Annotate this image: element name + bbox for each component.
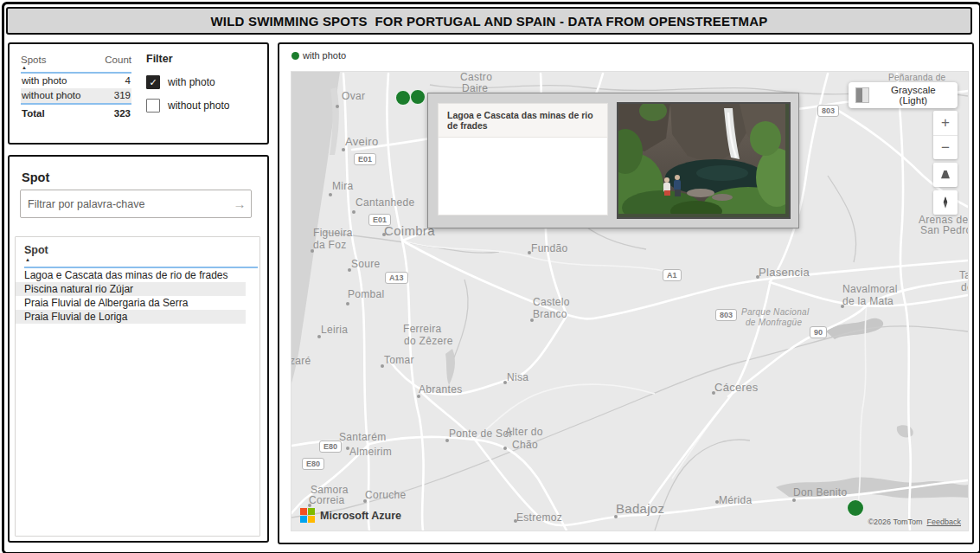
road-shield-badge: E01 [368,214,391,226]
map-canvas[interactable]: OvarCastroDaireAveiroMiraCantanhedeFigue… [291,71,969,531]
map-city-label: Badajoz [616,501,664,516]
legend-label: with photo [303,50,346,61]
map-city-label: Don Benito [793,486,847,498]
table-row[interactable]: with photo 4 [21,74,131,88]
microsoft-logo-icon [300,508,315,523]
city-dot-icon [528,251,531,254]
map-panel: with photo [278,42,974,544]
spot-panel-title: Spot [22,170,49,184]
summary-table: Spots Count ▲ with photo 4 without photo… [21,55,131,121]
spot-list-box: Spot ▲ Lagoa e Cascata das minas de rio … [15,236,260,537]
zoom-in-button[interactable]: + [933,111,958,135]
city-dot-icon [715,500,719,504]
spot-list-item[interactable]: Piscina natural rio Zújar [16,282,246,296]
map-city-label: zaré [291,355,311,367]
summary-panel: Spots Count ▲ with photo 4 without photo… [8,42,269,145]
map-city-label: Cantanhede [355,196,414,209]
map-city-label: Parque Nacional [741,307,809,317]
road-shield-badge: A1 [663,269,682,281]
spot-list-item[interactable]: Praia Fluvial de Loriga [16,310,246,324]
compass-button[interactable] [933,190,958,215]
tooltip-title: Lagoa e Cascata das minas de rio de frad… [439,104,607,138]
filter-option[interactable]: without photo [146,99,229,113]
map-city-label: Coruche [365,489,406,501]
azure-logo-square [308,508,315,515]
map-city-label: Alter do [505,426,543,438]
map-city-label: Tomar [384,354,414,366]
road-shield-badge: 803 [715,309,737,321]
search-submit-arrow-icon[interactable]: → [228,196,251,211]
azure-logo-square [308,516,315,523]
map-city-label: Cáceres [714,381,759,394]
spot-search-box[interactable]: → [20,190,252,218]
filter-option-label: with photo [168,76,215,88]
map-city-label: Correia [309,494,344,506]
filter-option[interactable]: ✓with photo [146,75,229,89]
row-label: without photo [22,90,80,101]
road-shield-badge: A13 [385,272,408,284]
city-dot-icon [352,210,355,214]
map-controls: + − [933,111,958,218]
checkbox-checked-icon[interactable]: ✓ [146,75,160,89]
azure-attribution-label: Microsoft Azure [320,510,401,522]
road-shield-badge: E80 [319,440,342,453]
city-dot-icon [308,504,311,507]
city-dot-icon [363,499,367,503]
spot-search-input[interactable] [21,198,228,210]
map-copyright: ©2026 TomTomFeedback [868,518,961,526]
map-city-label: Mira [332,180,354,192]
page-title: WILD SWIMMING SPOTS FOR PORTUGAL AND SPA… [6,7,972,35]
tooltip-card: Lagoa e Cascata das minas de rio de frad… [438,103,608,215]
swimming-spot-marker[interactable] [847,499,864,517]
sort-ascending-icon: ▲ [25,257,30,262]
map-city-label: Castro [460,71,492,83]
spot-list-item[interactable]: Praia Fluvial de Albergaria da Serra [16,296,246,310]
summary-table-header[interactable]: Spots Count ▲ [21,55,131,74]
map-city-label: Branco [533,308,567,320]
zoom-out-button[interactable]: − [933,135,958,159]
map-city-label: Soure [351,258,381,270]
road-shield-badge: E80 [302,458,324,470]
city-dot-icon [514,519,517,523]
filter-title: Filter [146,53,229,65]
map-city-label: do Zêzere [404,335,453,347]
city-dot-icon [503,447,507,450]
summary-col-count[interactable]: Count [105,55,131,65]
feedback-link[interactable]: Feedback [926,518,961,526]
road-shield-badge: 803 [817,105,839,117]
swimming-spot-marker[interactable] [395,90,411,106]
road-shield-badge: E01 [354,153,376,165]
map-style-button[interactable]: Grayscale (Light) [849,82,958,108]
summary-col-spots[interactable]: Spots [21,55,46,65]
city-dot-icon [311,249,314,253]
city-dot-icon [503,381,507,384]
pitch-tilt-button[interactable] [933,163,958,187]
city-dot-icon [381,364,384,368]
map-city-label: Pombal [348,288,385,300]
city-dot-icon [382,233,386,236]
swimming-spot-marker[interactable] [410,89,426,105]
table-row[interactable]: without photo 319 [21,88,131,105]
map-city-label: Figueira [313,227,353,239]
map-city-label: Almeirim [349,446,392,458]
checkbox-unchecked-icon[interactable] [146,99,160,113]
filter-option-label: without photo [168,100,229,112]
map-city-label: de la Mata [842,295,894,307]
spot-list-header[interactable]: Spot ▲ [24,244,258,268]
map-city-label: Nisa [507,371,528,383]
copyright-label: ©2026 TomTom [868,518,922,526]
filter-block: Filter ✓with photowithout photo [146,53,229,122]
road-shield-badge: 90 [810,326,827,338]
map-city-label: San Pedro [920,224,969,236]
map-city-label: da Foz [313,239,347,251]
city-dot-icon [336,105,339,108]
city-dot-icon [329,193,332,196]
spot-list-item[interactable]: Lagoa e Cascata das minas de rio de frad… [16,268,246,282]
city-dot-icon [348,268,351,272]
dashboard-page: WILD SWIMMING SPOTS FOR PORTUGAL AND SPA… [2,2,980,553]
row-label: with photo [22,75,67,87]
sort-ascending-icon: ▲ [22,65,27,70]
city-dot-icon [530,318,534,322]
legend-green-dot-icon [291,52,299,60]
city-dot-icon [614,515,618,518]
